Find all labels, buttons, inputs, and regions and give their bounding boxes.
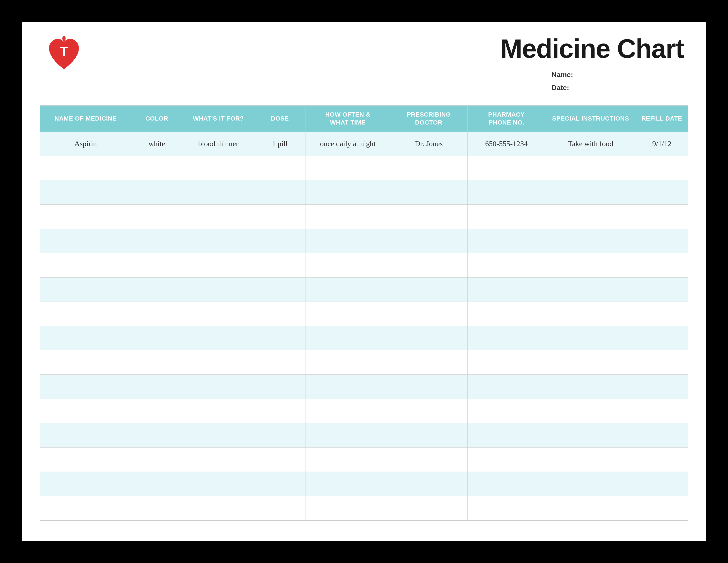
- cell-what[interactable]: [183, 447, 254, 472]
- cell-name[interactable]: [40, 253, 131, 277]
- cell-doctor[interactable]: Dr. Jones: [390, 132, 467, 156]
- cell-refill[interactable]: [636, 302, 688, 326]
- cell-dose[interactable]: [254, 399, 306, 423]
- cell-color[interactable]: [131, 326, 183, 350]
- cell-pharmacy[interactable]: [468, 399, 545, 423]
- cell-color[interactable]: [131, 156, 183, 180]
- cell-refill[interactable]: [636, 180, 688, 204]
- cell-how[interactable]: [306, 496, 390, 520]
- cell-what[interactable]: [183, 350, 254, 375]
- cell-refill[interactable]: [636, 423, 688, 447]
- cell-refill[interactable]: [636, 277, 688, 302]
- cell-color[interactable]: [131, 229, 183, 253]
- cell-what[interactable]: [183, 399, 254, 423]
- cell-color[interactable]: [131, 302, 183, 326]
- cell-pharmacy[interactable]: [468, 472, 545, 496]
- cell-dose[interactable]: [254, 447, 306, 472]
- cell-refill[interactable]: [636, 472, 688, 496]
- cell-how[interactable]: [306, 180, 390, 204]
- cell-what[interactable]: [183, 229, 254, 253]
- cell-doctor[interactable]: [390, 350, 467, 375]
- cell-refill[interactable]: [636, 447, 688, 472]
- cell-refill[interactable]: [636, 375, 688, 399]
- cell-how[interactable]: [306, 204, 390, 229]
- cell-doctor[interactable]: [390, 375, 467, 399]
- cell-special[interactable]: [545, 326, 636, 350]
- cell-what[interactable]: [183, 326, 254, 350]
- cell-special[interactable]: [545, 350, 636, 375]
- cell-color[interactable]: [131, 375, 183, 399]
- cell-doctor[interactable]: [390, 472, 467, 496]
- cell-color[interactable]: [131, 472, 183, 496]
- cell-how[interactable]: [306, 399, 390, 423]
- cell-special[interactable]: [545, 253, 636, 277]
- cell-doctor[interactable]: [390, 204, 467, 229]
- cell-special[interactable]: [545, 447, 636, 472]
- cell-doctor[interactable]: [390, 277, 467, 302]
- cell-name[interactable]: [40, 229, 131, 253]
- cell-name[interactable]: [40, 472, 131, 496]
- cell-how[interactable]: [306, 350, 390, 375]
- cell-pharmacy[interactable]: [468, 326, 545, 350]
- cell-refill[interactable]: [636, 229, 688, 253]
- table-row[interactable]: [40, 423, 688, 447]
- table-row[interactable]: [40, 277, 688, 302]
- cell-what[interactable]: [183, 375, 254, 399]
- cell-dose[interactable]: [254, 326, 306, 350]
- cell-color[interactable]: [131, 180, 183, 204]
- date-input-line[interactable]: [578, 85, 684, 91]
- table-row[interactable]: [40, 302, 688, 326]
- cell-color[interactable]: [131, 277, 183, 302]
- cell-name[interactable]: [40, 423, 131, 447]
- cell-color[interactable]: [131, 204, 183, 229]
- cell-name[interactable]: [40, 326, 131, 350]
- cell-dose[interactable]: [254, 253, 306, 277]
- cell-what[interactable]: [183, 204, 254, 229]
- cell-pharmacy[interactable]: [468, 350, 545, 375]
- cell-doctor[interactable]: [390, 496, 467, 520]
- cell-name[interactable]: [40, 375, 131, 399]
- cell-refill[interactable]: [636, 350, 688, 375]
- cell-refill[interactable]: 9/1/12: [636, 132, 688, 156]
- cell-how[interactable]: [306, 156, 390, 180]
- cell-pharmacy[interactable]: [468, 156, 545, 180]
- cell-what[interactable]: [183, 496, 254, 520]
- cell-doctor[interactable]: [390, 399, 467, 423]
- cell-how[interactable]: [306, 253, 390, 277]
- cell-pharmacy[interactable]: [468, 375, 545, 399]
- cell-special[interactable]: [545, 375, 636, 399]
- cell-dose[interactable]: [254, 375, 306, 399]
- cell-refill[interactable]: [636, 156, 688, 180]
- table-row[interactable]: [40, 326, 688, 350]
- cell-name[interactable]: Aspirin: [40, 132, 131, 156]
- cell-dose[interactable]: [254, 472, 306, 496]
- cell-what[interactable]: [183, 277, 254, 302]
- cell-pharmacy[interactable]: [468, 302, 545, 326]
- cell-dose[interactable]: [254, 204, 306, 229]
- table-row[interactable]: [40, 472, 688, 496]
- cell-how[interactable]: [306, 447, 390, 472]
- cell-doctor[interactable]: [390, 253, 467, 277]
- cell-what[interactable]: blood thinner: [183, 132, 254, 156]
- cell-dose[interactable]: [254, 423, 306, 447]
- cell-doctor[interactable]: [390, 326, 467, 350]
- cell-doctor[interactable]: [390, 302, 467, 326]
- cell-pharmacy[interactable]: [468, 496, 545, 520]
- cell-refill[interactable]: [636, 496, 688, 520]
- table-row[interactable]: [40, 375, 688, 399]
- table-row[interactable]: [40, 204, 688, 229]
- cell-name[interactable]: [40, 350, 131, 375]
- table-row[interactable]: [40, 253, 688, 277]
- cell-doctor[interactable]: [390, 229, 467, 253]
- cell-name[interactable]: [40, 204, 131, 229]
- cell-refill[interactable]: [636, 204, 688, 229]
- cell-dose[interactable]: [254, 156, 306, 180]
- cell-doctor[interactable]: [390, 156, 467, 180]
- cell-special[interactable]: [545, 423, 636, 447]
- cell-pharmacy[interactable]: [468, 277, 545, 302]
- cell-refill[interactable]: [636, 253, 688, 277]
- table-row[interactable]: [40, 447, 688, 472]
- cell-special[interactable]: [545, 399, 636, 423]
- cell-pharmacy[interactable]: [468, 423, 545, 447]
- cell-pharmacy[interactable]: [468, 253, 545, 277]
